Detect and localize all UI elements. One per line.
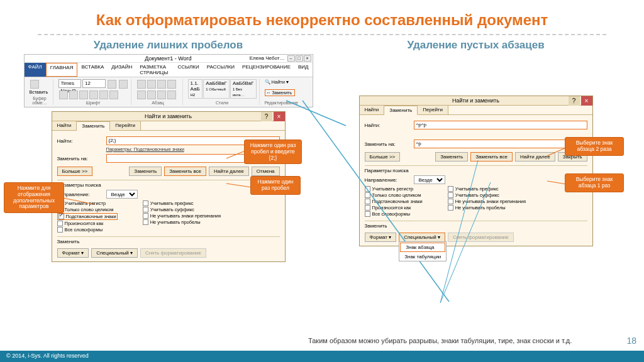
footer: © 2014, i-Sys. All rights reserved xyxy=(0,351,644,362)
font-name-input[interactable]: Times New R xyxy=(58,79,82,88)
opt-space[interactable]: Не учитывать пробелы xyxy=(143,219,221,225)
close-button[interactable]: × xyxy=(274,112,285,121)
find-input[interactable]: ^p^p xyxy=(414,121,587,129)
more-button[interactable]: Больше >> xyxy=(57,167,93,176)
tab-goto[interactable]: Перейти xyxy=(110,121,141,130)
opt-punct[interactable]: Не учитывать знаки препинания xyxy=(448,199,526,204)
style-2[interactable]: АаБбВвГ1 Обычный xyxy=(203,79,230,99)
opt-forms[interactable]: Все словоформы xyxy=(365,211,423,217)
replace-all-button[interactable]: Заменить все xyxy=(470,152,513,162)
shading-icon[interactable] xyxy=(167,90,176,99)
help-button[interactable]: ? xyxy=(569,96,580,106)
opt-punct[interactable]: Не учитывать знаки препинания xyxy=(143,213,221,219)
callout-find-input: Нажмите один раз пробел и введите {2;} xyxy=(244,140,302,164)
paste-icon[interactable] xyxy=(30,80,39,89)
help-button[interactable]: ? xyxy=(261,112,272,121)
shrink-font-icon[interactable] xyxy=(119,80,128,89)
noformat-button[interactable]: Снять форматирование xyxy=(140,248,206,258)
tab-find[interactable]: Найти xyxy=(52,121,77,130)
word-ribbon: Документ1 - Word Елена Чебот… – □ × ФАЙЛ… xyxy=(24,54,313,107)
opt-forms[interactable]: Все словоформы xyxy=(57,227,118,233)
special-item-tab[interactable]: Знак табуляции xyxy=(399,253,446,261)
multilevel-icon[interactable] xyxy=(157,80,166,89)
tab-insert[interactable]: ВСТАВКА xyxy=(77,63,108,77)
opt-whole[interactable]: Только слово целиком xyxy=(365,192,423,198)
tab-design[interactable]: ДИЗАЙН xyxy=(108,63,136,77)
more-button[interactable]: Больше >> xyxy=(365,152,401,162)
opt-prefix[interactable]: Учитывать префикс xyxy=(448,186,526,192)
noformat-button[interactable]: Снять форматирование xyxy=(448,233,514,242)
align-left-icon[interactable] xyxy=(137,90,146,99)
tab-replace[interactable]: Заменить xyxy=(384,106,418,115)
opt-case[interactable]: Учитывать регистр xyxy=(365,186,423,192)
opt-wildcards[interactable]: Подстановочные знаки xyxy=(365,199,423,204)
bullets-icon[interactable] xyxy=(137,80,146,89)
direction-select[interactable]: Везде xyxy=(414,175,445,184)
opt-suffix[interactable]: Учитывать суффикс xyxy=(448,192,526,198)
numbering-icon[interactable] xyxy=(147,80,156,89)
find-next-button[interactable]: Найти далее xyxy=(209,167,249,176)
format-button[interactable]: Формат ▾ xyxy=(57,248,89,258)
callout-replace-input: Нажмите один раз пробел xyxy=(250,176,301,195)
special-button[interactable]: Специальный ▾ xyxy=(91,248,138,258)
replace-button[interactable]: Заменить xyxy=(435,152,468,162)
subscript-icon[interactable] xyxy=(99,90,108,99)
grow-font-icon[interactable] xyxy=(108,80,116,89)
opt-sounds[interactable]: Произносится как xyxy=(57,221,118,226)
strike-icon[interactable] xyxy=(89,90,98,99)
close-button[interactable]: × xyxy=(581,96,592,106)
special-button[interactable]: Специальный ▾ xyxy=(399,233,445,242)
replace-button[interactable]: ↔ Заменить xyxy=(265,89,295,96)
font-size-input[interactable]: 12 xyxy=(82,79,106,88)
window-titlebar: Документ1 - Word Елена Чебот… – □ × xyxy=(25,55,313,63)
direction-label: Направление: xyxy=(365,177,410,183)
group-clipboard: Буфер обме… xyxy=(30,96,50,105)
opt-prefix[interactable]: Учитывать префикс xyxy=(143,200,221,206)
direction-select[interactable]: Везде xyxy=(106,190,138,199)
replace-section: Заменить xyxy=(57,236,280,244)
close-button[interactable]: × xyxy=(304,55,311,62)
tab-find[interactable]: Найти xyxy=(360,106,385,114)
group-paragraph: Абзац xyxy=(136,101,180,105)
find-next-button[interactable]: Найти далее xyxy=(515,152,555,162)
replace-button[interactable]: Заменить xyxy=(129,167,162,176)
tab-layout[interactable]: РАЗМЕТКА СТРАНИЦЫ xyxy=(136,63,174,77)
italic-icon[interactable] xyxy=(69,90,78,99)
tab-review[interactable]: РЕЦЕНЗИРОВАНИЕ xyxy=(238,63,294,77)
dialog-title: Найти и заменить ? × xyxy=(360,96,592,106)
replace-input[interactable]: ^p xyxy=(414,140,587,148)
tab-file[interactable]: ФАЙЛ xyxy=(25,63,46,77)
callout-para-twice: Выберите знак абзаца 2 раза xyxy=(565,137,624,156)
special-menu: Знак абзаца Знак табуляции xyxy=(399,241,447,261)
page-number: 18 xyxy=(626,336,636,346)
text-color-icon[interactable] xyxy=(109,90,118,99)
minimize-button[interactable]: – xyxy=(287,55,295,62)
opt-space[interactable]: Не учитывать пробелы xyxy=(448,205,526,211)
tab-home[interactable]: ГЛАВНАЯ xyxy=(46,63,78,77)
special-item-paragraph[interactable]: Знак абзаца xyxy=(400,243,445,252)
replace-all-button[interactable]: Заменить все xyxy=(164,167,206,176)
tab-refs[interactable]: ССЫЛКИ xyxy=(174,63,203,77)
find-button[interactable]: 🔍 Найти ▾ xyxy=(265,79,295,85)
tab-mail[interactable]: РАССЫЛКИ xyxy=(203,63,238,77)
opt-suffix[interactable]: Учитывать суффикс xyxy=(143,207,221,212)
opt-whole[interactable]: Только слово целиком xyxy=(57,207,118,212)
bold-icon[interactable] xyxy=(59,90,68,99)
tab-goto[interactable]: Перейти xyxy=(418,106,448,114)
opt-sounds[interactable]: Произносится как xyxy=(365,205,423,211)
maximize-button[interactable]: □ xyxy=(296,55,303,62)
opt-case[interactable]: Учитывать регистр xyxy=(57,200,118,206)
align-center-icon[interactable] xyxy=(147,90,156,99)
format-button[interactable]: Формат ▾ xyxy=(365,233,397,242)
tab-replace[interactable]: Заменить xyxy=(77,121,110,131)
style-3[interactable]: АаБбВвГ1 Без инте… xyxy=(230,79,257,99)
tab-view[interactable]: ВИД xyxy=(294,63,313,77)
group-editing: Редактирование xyxy=(265,101,295,105)
underline-icon[interactable] xyxy=(79,90,88,99)
align-right-icon[interactable] xyxy=(157,90,166,99)
cancel-button[interactable]: Отмена xyxy=(252,167,280,176)
opt-wildcards[interactable]: Подстановочные знаки xyxy=(57,213,118,220)
search-params-section: Параметры поиска xyxy=(57,180,280,188)
style-1[interactable]: 1.1. АаБH2 xyxy=(188,79,203,99)
indent-icon[interactable] xyxy=(167,80,176,89)
